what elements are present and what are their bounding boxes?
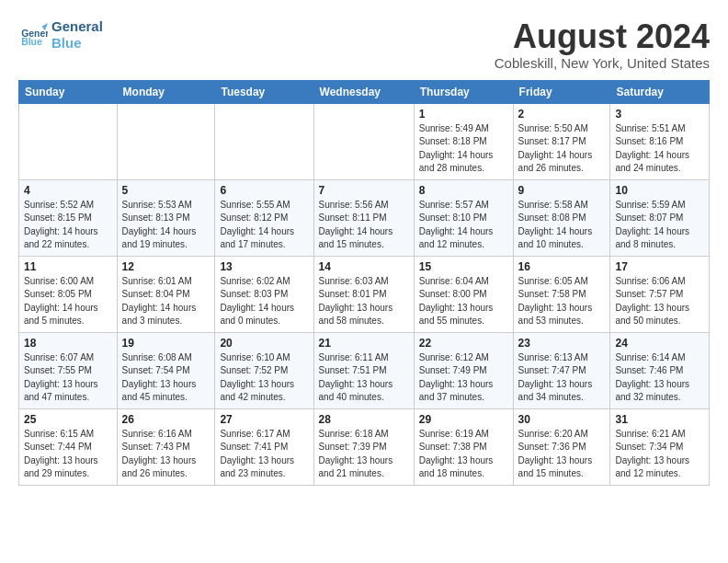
calendar-cell: 11Sunrise: 6:00 AM Sunset: 8:05 PM Dayli… — [19, 256, 118, 332]
day-info: Sunrise: 6:21 AM Sunset: 7:34 PM Dayligh… — [615, 428, 704, 481]
calendar-cell: 24Sunrise: 6:14 AM Sunset: 7:46 PM Dayli… — [610, 332, 710, 408]
weekday-header-friday: Friday — [513, 80, 610, 103]
weekday-header-thursday: Thursday — [414, 80, 513, 103]
day-info: Sunrise: 5:49 AM Sunset: 8:18 PM Dayligh… — [419, 122, 508, 176]
day-info: Sunrise: 6:01 AM Sunset: 8:04 PM Dayligh… — [122, 275, 210, 328]
day-number: 26 — [122, 413, 210, 426]
calendar-cell: 18Sunrise: 6:07 AM Sunset: 7:55 PM Dayli… — [19, 332, 118, 408]
calendar-cell: 20Sunrise: 6:10 AM Sunset: 7:52 PM Dayli… — [215, 332, 313, 408]
calendar-week-row: 4Sunrise: 5:52 AM Sunset: 8:15 PM Daylig… — [19, 179, 710, 256]
calendar-cell — [117, 103, 215, 179]
day-number: 9 — [518, 184, 606, 197]
day-info: Sunrise: 5:59 AM Sunset: 8:07 PM Dayligh… — [615, 199, 704, 252]
day-number: 19 — [122, 337, 210, 350]
day-info: Sunrise: 5:57 AM Sunset: 8:10 PM Dayligh… — [419, 199, 508, 252]
calendar-week-row: 18Sunrise: 6:07 AM Sunset: 7:55 PM Dayli… — [19, 332, 710, 408]
location: Cobleskill, New York, United States — [495, 55, 710, 71]
day-number: 21 — [319, 337, 409, 350]
day-number: 24 — [615, 337, 704, 350]
calendar-cell: 16Sunrise: 6:05 AM Sunset: 7:58 PM Dayli… — [513, 256, 610, 332]
calendar-cell: 25Sunrise: 6:15 AM Sunset: 7:44 PM Dayli… — [19, 408, 118, 485]
day-number: 4 — [24, 184, 112, 197]
day-number: 2 — [518, 108, 606, 121]
day-info: Sunrise: 6:08 AM Sunset: 7:54 PM Dayligh… — [122, 351, 210, 405]
day-info: Sunrise: 6:03 AM Sunset: 8:01 PM Dayligh… — [319, 275, 409, 328]
day-number: 23 — [518, 337, 606, 350]
day-number: 13 — [220, 260, 308, 273]
logo-text-line1: General — [51, 18, 103, 35]
day-info: Sunrise: 6:17 AM Sunset: 7:41 PM Dayligh… — [220, 428, 308, 481]
calendar-cell: 23Sunrise: 6:13 AM Sunset: 7:47 PM Dayli… — [513, 332, 610, 408]
day-info: Sunrise: 6:07 AM Sunset: 7:55 PM Dayligh… — [24, 351, 112, 405]
day-number: 10 — [615, 184, 704, 197]
logo: General Blue General Blue — [18, 18, 103, 52]
page: General Blue General Blue August 2024 Co… — [0, 0, 728, 495]
day-number: 17 — [615, 260, 704, 273]
day-number: 14 — [319, 260, 409, 273]
weekday-header-tuesday: Tuesday — [215, 80, 313, 103]
logo-text-line2: Blue — [51, 35, 103, 52]
day-number: 12 — [122, 260, 210, 273]
calendar-cell: 1Sunrise: 5:49 AM Sunset: 8:18 PM Daylig… — [414, 103, 513, 179]
day-info: Sunrise: 6:02 AM Sunset: 8:03 PM Dayligh… — [220, 275, 308, 328]
calendar-cell: 17Sunrise: 6:06 AM Sunset: 7:57 PM Dayli… — [610, 256, 710, 332]
day-number: 6 — [220, 184, 308, 197]
day-number: 18 — [24, 337, 112, 350]
day-info: Sunrise: 5:52 AM Sunset: 8:15 PM Dayligh… — [24, 199, 112, 252]
weekday-header-wednesday: Wednesday — [313, 80, 414, 103]
day-number: 29 — [419, 413, 508, 426]
title-block: August 2024 Cobleskill, New York, United… — [495, 18, 710, 71]
weekday-header-sunday: Sunday — [19, 80, 118, 103]
day-info: Sunrise: 6:11 AM Sunset: 7:51 PM Dayligh… — [319, 351, 409, 405]
day-number: 27 — [220, 413, 308, 426]
day-info: Sunrise: 6:00 AM Sunset: 8:05 PM Dayligh… — [24, 275, 112, 328]
day-info: Sunrise: 6:05 AM Sunset: 7:58 PM Dayligh… — [518, 275, 606, 328]
svg-text:Blue: Blue — [21, 37, 42, 47]
day-info: Sunrise: 6:18 AM Sunset: 7:39 PM Dayligh… — [319, 428, 409, 481]
day-number: 16 — [518, 260, 606, 273]
day-info: Sunrise: 5:50 AM Sunset: 8:17 PM Dayligh… — [518, 122, 606, 176]
day-info: Sunrise: 6:06 AM Sunset: 7:57 PM Dayligh… — [615, 275, 704, 328]
calendar-cell: 29Sunrise: 6:19 AM Sunset: 7:38 PM Dayli… — [414, 408, 513, 485]
calendar-cell — [215, 103, 313, 179]
day-info: Sunrise: 5:51 AM Sunset: 8:16 PM Dayligh… — [615, 122, 704, 176]
day-number: 28 — [319, 413, 409, 426]
calendar-cell: 12Sunrise: 6:01 AM Sunset: 8:04 PM Dayli… — [117, 256, 215, 332]
calendar-cell: 13Sunrise: 6:02 AM Sunset: 8:03 PM Dayli… — [215, 256, 313, 332]
day-number: 22 — [419, 337, 508, 350]
day-number: 11 — [24, 260, 112, 273]
calendar-week-row: 1Sunrise: 5:49 AM Sunset: 8:18 PM Daylig… — [19, 103, 710, 179]
calendar-cell: 8Sunrise: 5:57 AM Sunset: 8:10 PM Daylig… — [414, 179, 513, 256]
weekday-header-monday: Monday — [117, 80, 215, 103]
day-number: 7 — [319, 184, 409, 197]
calendar-week-row: 25Sunrise: 6:15 AM Sunset: 7:44 PM Dayli… — [19, 408, 710, 485]
calendar-week-row: 11Sunrise: 6:00 AM Sunset: 8:05 PM Dayli… — [19, 256, 710, 332]
day-number: 3 — [615, 108, 704, 121]
day-number: 31 — [615, 413, 704, 426]
calendar-cell: 28Sunrise: 6:18 AM Sunset: 7:39 PM Dayli… — [313, 408, 414, 485]
day-number: 8 — [419, 184, 508, 197]
day-number: 15 — [419, 260, 508, 273]
calendar-cell: 3Sunrise: 5:51 AM Sunset: 8:16 PM Daylig… — [610, 103, 710, 179]
day-info: Sunrise: 6:12 AM Sunset: 7:49 PM Dayligh… — [419, 351, 508, 405]
header: General Blue General Blue August 2024 Co… — [18, 18, 710, 71]
calendar-cell: 2Sunrise: 5:50 AM Sunset: 8:17 PM Daylig… — [513, 103, 610, 179]
calendar-cell: 31Sunrise: 6:21 AM Sunset: 7:34 PM Dayli… — [610, 408, 710, 485]
day-info: Sunrise: 6:04 AM Sunset: 8:00 PM Dayligh… — [419, 275, 508, 328]
day-info: Sunrise: 6:15 AM Sunset: 7:44 PM Dayligh… — [24, 428, 112, 481]
day-number: 25 — [24, 413, 112, 426]
month-year: August 2024 — [495, 18, 710, 55]
day-info: Sunrise: 5:58 AM Sunset: 8:08 PM Dayligh… — [518, 199, 606, 252]
day-info: Sunrise: 5:56 AM Sunset: 8:11 PM Dayligh… — [319, 199, 409, 252]
calendar-cell: 30Sunrise: 6:20 AM Sunset: 7:36 PM Dayli… — [513, 408, 610, 485]
calendar-cell — [313, 103, 414, 179]
day-number: 20 — [220, 337, 308, 350]
day-info: Sunrise: 5:55 AM Sunset: 8:12 PM Dayligh… — [220, 199, 308, 252]
calendar-cell: 9Sunrise: 5:58 AM Sunset: 8:08 PM Daylig… — [513, 179, 610, 256]
day-info: Sunrise: 6:13 AM Sunset: 7:47 PM Dayligh… — [518, 351, 606, 405]
calendar-cell: 15Sunrise: 6:04 AM Sunset: 8:00 PM Dayli… — [414, 256, 513, 332]
day-number: 5 — [122, 184, 210, 197]
day-info: Sunrise: 6:10 AM Sunset: 7:52 PM Dayligh… — [220, 351, 308, 405]
calendar-cell: 7Sunrise: 5:56 AM Sunset: 8:11 PM Daylig… — [313, 179, 414, 256]
calendar-cell: 6Sunrise: 5:55 AM Sunset: 8:12 PM Daylig… — [215, 179, 313, 256]
